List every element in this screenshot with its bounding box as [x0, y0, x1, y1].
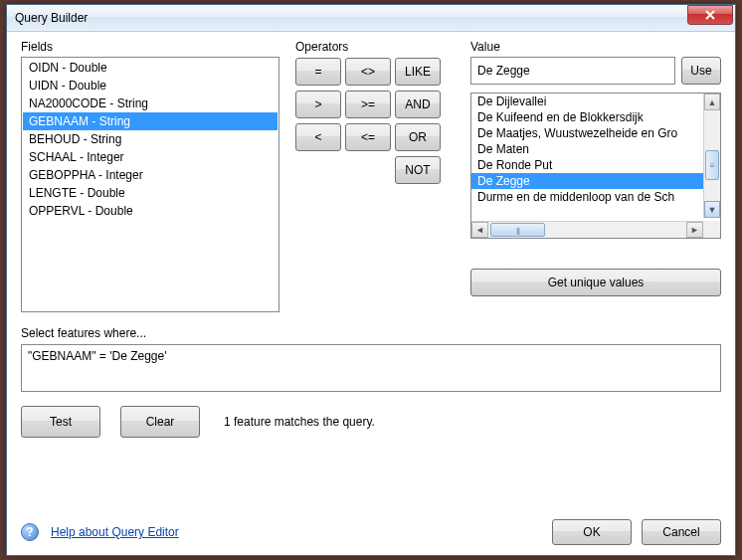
op-like[interactable]: LIKE [395, 58, 441, 86]
close-button[interactable] [687, 5, 733, 25]
op-and[interactable]: AND [395, 91, 441, 118]
help-icon: ? [21, 523, 39, 541]
value-label: Value [470, 40, 721, 54]
ok-button[interactable]: OK [552, 519, 632, 545]
field-item[interactable]: LENGTE - Double [23, 184, 278, 202]
close-icon [705, 10, 715, 20]
use-button[interactable]: Use [681, 57, 721, 85]
titlebar[interactable]: Query Builder [7, 5, 735, 32]
field-item[interactable]: SCHAAL - Integer [23, 148, 278, 166]
field-item[interactable]: GEBNAAM - String [23, 112, 278, 130]
field-item[interactable]: BEHOUD - String [23, 130, 278, 148]
op-not-equals[interactable]: <> [345, 58, 391, 86]
op-or[interactable]: OR [395, 123, 441, 151]
value-item[interactable]: De Dijlevallei [471, 93, 720, 109]
get-unique-button[interactable]: Get unique values [470, 269, 721, 296]
op-less-equal[interactable]: <= [345, 123, 391, 151]
field-item[interactable]: OIDN - Double [23, 59, 278, 77]
query-textarea[interactable] [21, 344, 721, 392]
field-item[interactable]: GEBOPPHA - Integer [23, 166, 278, 184]
op-greater-equal[interactable]: >= [345, 91, 391, 118]
clear-button[interactable]: Clear [120, 406, 200, 438]
cancel-button[interactable]: Cancel [642, 519, 721, 545]
value-item[interactable]: Durme en de middenloop van de Sch [471, 189, 720, 205]
value-item[interactable]: De Maatjes, Wuustwezelheide en Gro [471, 125, 720, 141]
scroll-up-icon[interactable]: ▲ [704, 93, 720, 110]
fields-label: Fields [21, 40, 279, 54]
op-less[interactable]: < [295, 123, 341, 151]
field-item[interactable]: UIDN - Double [23, 77, 278, 94]
field-item[interactable]: NA2000CODE - String [23, 94, 278, 112]
op-greater[interactable]: > [295, 91, 341, 118]
horizontal-scrollbar[interactable]: ◄ ► [471, 221, 703, 238]
scroll-corner [703, 221, 720, 238]
scroll-down-icon[interactable]: ▼ [704, 201, 720, 218]
op-not[interactable]: NOT [395, 156, 441, 184]
fields-listbox[interactable]: OIDN - Double UIDN - Double NA2000CODE -… [21, 57, 279, 312]
window-title: Query Builder [15, 11, 687, 25]
scroll-left-icon[interactable]: ◄ [471, 222, 488, 238]
select-where-label: Select features where... [21, 326, 721, 340]
scroll-right-icon[interactable]: ► [686, 222, 703, 238]
op-equals[interactable]: = [295, 58, 341, 86]
vertical-scrollbar[interactable]: ▲ ▼ [703, 93, 720, 218]
value-item[interactable]: De Kuifeend en de Blokkersdijk [471, 109, 720, 125]
test-button[interactable]: Test [21, 406, 100, 438]
dialog-window: Query Builder Fields OIDN - Double UIDN … [6, 4, 736, 556]
scroll-thumb[interactable] [490, 223, 545, 237]
help-link[interactable]: Help about Query Editor [51, 525, 179, 539]
value-input[interactable] [470, 57, 675, 85]
value-item[interactable]: De Ronde Put [471, 157, 720, 173]
value-item[interactable]: De Maten [471, 141, 720, 157]
field-item[interactable]: OPPERVL - Double [23, 202, 278, 220]
operators-label: Operators [295, 40, 455, 54]
dialog-content: Fields OIDN - Double UIDN - Double NA200… [7, 32, 735, 555]
value-listbox[interactable]: De Dijlevallei De Kuifeend en de Blokker… [470, 93, 721, 239]
value-item[interactable]: De Zegge [471, 173, 720, 189]
status-text: 1 feature matches the query. [224, 415, 375, 429]
scroll-thumb[interactable] [705, 150, 719, 180]
